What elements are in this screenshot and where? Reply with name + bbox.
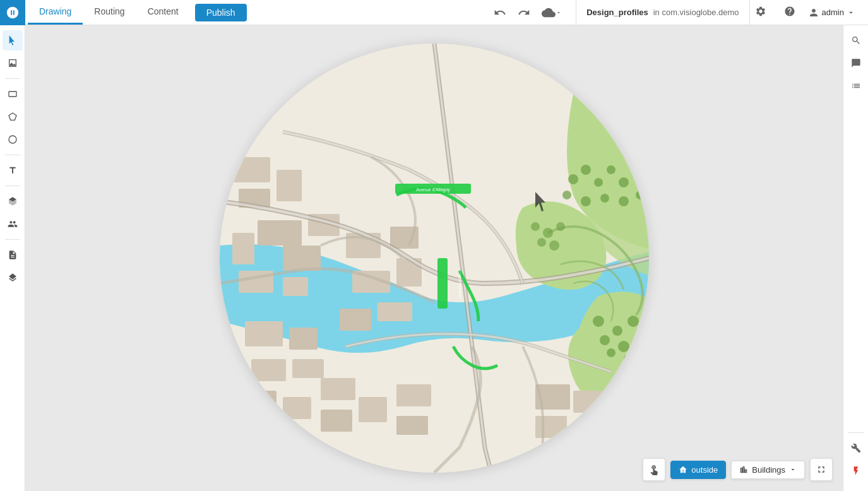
tab-routing[interactable]: Routing bbox=[83, 0, 136, 25]
user-name: admin bbox=[822, 8, 844, 17]
svg-point-71 bbox=[543, 228, 553, 238]
layers-tool-button[interactable] bbox=[3, 268, 23, 288]
comments-button[interactable] bbox=[846, 53, 866, 73]
pan-tool-button[interactable] bbox=[643, 458, 665, 481]
svg-point-63 bbox=[639, 348, 648, 357]
tab-drawing[interactable]: Drawing bbox=[28, 0, 83, 25]
svg-point-56 bbox=[612, 326, 622, 336]
svg-point-2 bbox=[9, 136, 16, 143]
redo-button[interactable] bbox=[514, 4, 534, 21]
3d-tool-button[interactable] bbox=[3, 191, 23, 211]
map-circle[interactable]: Avenue d'Albigny Quai Brigadier... bbox=[220, 44, 649, 473]
svg-point-50 bbox=[562, 191, 571, 199]
svg-point-51 bbox=[581, 196, 591, 206]
svg-text:Avenue d'Albigny: Avenue d'Albigny bbox=[416, 187, 450, 192]
cloud-icon bbox=[542, 6, 556, 20]
cloud-button[interactable] bbox=[538, 3, 566, 22]
rectangle-tool-button[interactable] bbox=[3, 84, 23, 104]
user-icon bbox=[808, 7, 819, 18]
lightning-button[interactable] bbox=[846, 461, 866, 481]
toolbar-sep-4 bbox=[5, 239, 20, 240]
polygon-tool-button[interactable] bbox=[3, 107, 23, 127]
undo-button[interactable] bbox=[490, 4, 510, 21]
toolbar-sep-3 bbox=[5, 186, 20, 186]
svg-rect-5 bbox=[232, 157, 270, 182]
building-icon bbox=[679, 465, 687, 474]
svg-rect-20 bbox=[245, 321, 283, 346]
publish-button[interactable]: Publish bbox=[195, 4, 247, 21]
user-menu[interactable]: admin bbox=[803, 4, 860, 21]
analytics-tool-button[interactable] bbox=[3, 53, 23, 73]
toolbar-sep-1 bbox=[5, 78, 20, 79]
analytics-icon bbox=[8, 58, 18, 68]
cursor-icon bbox=[8, 35, 18, 45]
toolbar-controls bbox=[490, 3, 566, 22]
bottom-bar: outside Buildings bbox=[643, 458, 833, 481]
map-canvas[interactable]: Avenue d'Albigny Quai Brigadier... bbox=[25, 25, 843, 491]
right-panel-bottom bbox=[846, 438, 866, 486]
svg-line-42 bbox=[624, 81, 649, 145]
svg-point-72 bbox=[556, 222, 565, 231]
svg-point-70 bbox=[531, 222, 540, 231]
map-container: Avenue d'Albigny Quai Brigadier... bbox=[25, 25, 843, 491]
svg-line-41 bbox=[624, 81, 649, 119]
tab-content[interactable]: Content bbox=[136, 0, 190, 25]
svg-point-52 bbox=[600, 194, 609, 203]
navbar: Drawing Routing Content Publish Design_p… bbox=[0, 0, 868, 25]
checklist-icon bbox=[851, 81, 861, 91]
comments-icon bbox=[851, 58, 861, 68]
svg-point-54 bbox=[636, 191, 645, 199]
svg-rect-0 bbox=[9, 92, 16, 97]
fullscreen-icon bbox=[816, 464, 826, 475]
project-name: Design_profiles bbox=[586, 8, 648, 17]
text-icon bbox=[8, 165, 18, 175]
project-info: Design_profiles in com.visioglobe.demo bbox=[576, 0, 749, 25]
polygon-icon bbox=[8, 112, 18, 122]
svg-rect-24 bbox=[239, 391, 276, 416]
circle-tool-button[interactable] bbox=[3, 129, 23, 150]
navbar-right: admin bbox=[771, 3, 868, 22]
svg-rect-13 bbox=[283, 277, 308, 296]
checklist-button[interactable] bbox=[846, 76, 866, 96]
wrench-button[interactable] bbox=[846, 438, 866, 458]
svg-point-55 bbox=[593, 316, 604, 327]
settings-icon bbox=[755, 6, 766, 17]
fullscreen-button[interactable] bbox=[810, 458, 833, 481]
svg-rect-8 bbox=[258, 220, 302, 245]
map-svg: Avenue d'Albigny Quai Brigadier... bbox=[220, 44, 649, 473]
svg-rect-30 bbox=[396, 416, 428, 435]
settings-button[interactable] bbox=[750, 3, 771, 22]
outside-button[interactable]: outside bbox=[670, 461, 726, 479]
svg-text:Quai Brigadier...: Quai Brigadier... bbox=[458, 271, 461, 298]
select-tool-button[interactable] bbox=[3, 30, 23, 50]
chevron-down-icon bbox=[556, 9, 562, 16]
search-icon bbox=[851, 35, 861, 45]
svg-rect-33 bbox=[535, 416, 567, 438]
app-logo bbox=[0, 0, 25, 25]
lightning-icon bbox=[851, 466, 861, 476]
svg-rect-11 bbox=[283, 245, 321, 271]
buildings-button[interactable]: Buildings bbox=[731, 461, 805, 479]
svg-point-48 bbox=[619, 177, 629, 187]
toolbar-sep-2 bbox=[5, 155, 20, 155]
svg-marker-1 bbox=[9, 113, 16, 120]
left-toolbar bbox=[0, 25, 25, 491]
svg-rect-39 bbox=[437, 258, 448, 309]
help-button[interactable] bbox=[779, 3, 800, 22]
svg-point-58 bbox=[600, 335, 610, 345]
project-context: in com.visioglobe.demo bbox=[653, 8, 739, 17]
svg-rect-19 bbox=[378, 302, 412, 321]
main-area: Avenue d'Albigny Quai Brigadier... bbox=[0, 25, 868, 491]
hand-icon bbox=[648, 464, 660, 475]
text-tool-button[interactable] bbox=[3, 160, 23, 180]
right-panel bbox=[843, 25, 868, 491]
layers-doc-button[interactable] bbox=[3, 245, 23, 265]
logo-icon bbox=[6, 6, 20, 20]
search-panel-button[interactable] bbox=[846, 30, 866, 50]
svg-point-62 bbox=[624, 354, 634, 364]
people-icon bbox=[8, 219, 18, 229]
svg-point-57 bbox=[627, 316, 639, 327]
svg-rect-35 bbox=[611, 403, 643, 429]
rectangle-icon bbox=[8, 89, 18, 99]
people-tool-button[interactable] bbox=[3, 214, 23, 234]
